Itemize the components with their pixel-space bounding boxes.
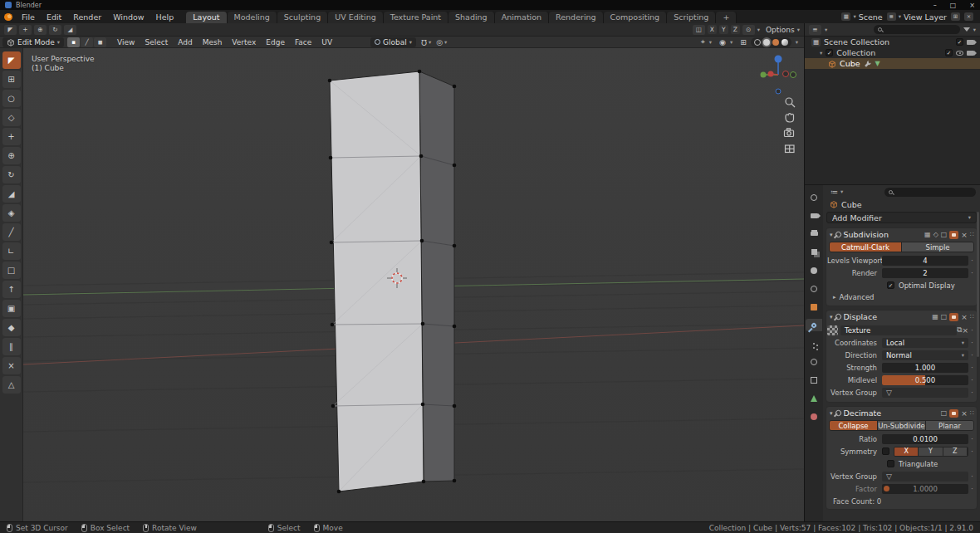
realtime-toggle[interactable]: □	[941, 409, 948, 417]
tool-move[interactable]: ⊕	[2, 147, 21, 164]
properties-tab-scene[interactable]	[806, 264, 822, 276]
transform-orientation[interactable]: Global ▾	[370, 37, 416, 47]
levels-viewport-field[interactable]: 4	[882, 256, 968, 266]
symmetry-checkbox[interactable]: ✓	[882, 447, 889, 455]
render-visibility-icon[interactable]	[967, 51, 974, 56]
mode-selector[interactable]: Edit Mode ▾	[2, 37, 64, 47]
viewport-menu-item[interactable]: Edge	[261, 38, 290, 46]
tool-option-icon[interactable]: ⊕	[34, 25, 47, 35]
exclude-checkbox[interactable]: ✓	[945, 49, 953, 56]
show-in-editmode-toggle[interactable]: ▦	[932, 313, 938, 320]
snap-magnet-icon[interactable]: Ω	[421, 38, 427, 46]
edge-select-button[interactable]: ╱	[81, 37, 93, 47]
blender-menu-icon[interactable]	[4, 13, 12, 21]
active-tool-icon[interactable]: ◤	[4, 25, 17, 35]
symmetry-x-button[interactable]: X	[894, 447, 919, 456]
filter-icon[interactable]	[963, 27, 970, 32]
exclude-checkbox[interactable]: ✓	[956, 38, 963, 46]
properties-tab-physics[interactable]	[806, 355, 822, 368]
animate-dot-icon[interactable]: ·	[968, 339, 976, 347]
properties-tab-modifiers[interactable]	[806, 319, 822, 331]
modifier-header[interactable]: ▾ Decimate □ × ∷	[826, 407, 977, 419]
tool-select-lasso[interactable]: ◇	[2, 109, 21, 126]
vertex-select-button[interactable]: ▪	[67, 37, 80, 47]
solid-shading-icon[interactable]	[763, 39, 770, 46]
workspace-tab[interactable]: Scripting	[667, 12, 716, 23]
material-preview-icon[interactable]	[772, 39, 779, 46]
unsubdivide-button[interactable]: Un-Subdivide	[878, 421, 926, 430]
animate-dot-icon[interactable]: ·	[968, 472, 976, 481]
modifier-header[interactable]: ▾ Displace ▦ □ × ∷	[826, 311, 977, 323]
render-toggle[interactable]	[949, 313, 958, 321]
hide-viewport-icon[interactable]	[956, 51, 963, 56]
wireframe-shading-icon[interactable]	[754, 39, 761, 46]
viewport-menu-item[interactable]: Vertex	[227, 38, 261, 46]
render-levels-field[interactable]: 2	[882, 268, 968, 278]
editor-type-icon[interactable]: ≔	[831, 188, 838, 196]
show-on-cage-toggle[interactable]: ◇	[933, 231, 938, 238]
face-select-button[interactable]: ◼	[94, 37, 106, 47]
outliner-row-cube[interactable]: Cube ▼	[805, 58, 980, 69]
delete-modifier-icon[interactable]: ×	[961, 231, 968, 239]
factor-slider[interactable]: 1.0000	[882, 484, 968, 494]
properties-tab-tool[interactable]	[806, 191, 822, 203]
properties-tab-material[interactable]	[806, 410, 822, 423]
menu-item[interactable]: Render	[67, 12, 107, 22]
new-view-layer-icon[interactable]: ⊞	[951, 12, 960, 21]
outliner-row-collection[interactable]: ▾ ✓ Collection ✓	[805, 47, 980, 58]
delete-modifier-icon[interactable]: ×	[961, 313, 968, 321]
outliner-display-mode-icon[interactable]: ≡	[809, 25, 821, 35]
viewport-menu-item[interactable]: Add	[173, 38, 197, 46]
collapse-arrow-icon[interactable]: ▾	[830, 410, 833, 417]
tool-annotate[interactable]: ╱	[2, 223, 21, 241]
drag-handle-icon[interactable]: ∷	[970, 409, 973, 417]
options-dropdown[interactable]: Options	[766, 26, 795, 34]
snap-settings-icon[interactable]: ⊙	[742, 25, 755, 35]
triangulate-checkbox[interactable]: ✓	[887, 460, 894, 467]
proportional-edit-icon[interactable]: ◎	[436, 38, 443, 46]
animate-dot-icon[interactable]: ·	[968, 257, 976, 265]
tool-select-box[interactable]: ⊞	[2, 71, 21, 88]
workspace-tab[interactable]: +	[716, 12, 737, 23]
drag-handle-icon[interactable]: ∷	[970, 313, 973, 320]
texture-thumbnail-icon[interactable]	[827, 325, 838, 335]
show-gizmo-icon[interactable]: ⌖	[701, 37, 705, 46]
remove-view-layer-icon[interactable]: ×	[964, 12, 973, 21]
tool-option-icon[interactable]: ↻	[49, 25, 61, 35]
show-overlays-icon[interactable]: ◉	[719, 38, 726, 46]
tool-loop-cut[interactable]: ∥	[2, 338, 21, 355]
realtime-toggle[interactable]: □	[941, 231, 948, 238]
delete-modifier-icon[interactable]: ×	[961, 409, 968, 418]
tool-transform[interactable]: ◈	[2, 204, 21, 222]
animate-dot-icon[interactable]: ·	[968, 435, 976, 443]
properties-tab-constraints[interactable]	[806, 374, 822, 386]
optimal-display-checkbox[interactable]: ✓	[887, 281, 894, 289]
workspace-tab[interactable]: Texture Paint	[384, 12, 448, 23]
outliner-row-scene-collection[interactable]: ▦ Scene Collection ✓	[805, 37, 980, 47]
minimize-button[interactable]: –	[933, 2, 937, 9]
tool-option-icon[interactable]: +	[19, 25, 32, 35]
render-visibility-icon[interactable]	[967, 40, 974, 45]
workspace-tab[interactable]: Modeling	[228, 12, 277, 23]
properties-tab-object[interactable]	[806, 301, 822, 313]
properties-tab-particles[interactable]	[806, 337, 822, 350]
tool-option-icon[interactable]: ◢	[64, 25, 76, 35]
viewport-menu-item[interactable]: Face	[290, 38, 316, 46]
render-toggle[interactable]	[949, 231, 958, 239]
tool-knife[interactable]: ×	[2, 357, 21, 374]
menu-item[interactable]: Window	[107, 12, 149, 22]
collection-checkbox[interactable]: ✓	[826, 49, 833, 56]
viewport-menu-item[interactable]: Mesh	[198, 38, 228, 46]
properties-tab-output[interactable]	[806, 227, 822, 240]
strength-field[interactable]: 1.000	[882, 363, 968, 373]
add-modifier-button[interactable]: Add Modifier ▾	[826, 212, 977, 223]
advanced-section[interactable]: ▸ Advanced	[827, 292, 976, 302]
maximize-button[interactable]: □	[950, 2, 957, 9]
workspace-tab[interactable]: Sculpting	[277, 12, 328, 23]
planar-button[interactable]: Planar	[926, 421, 973, 430]
mirror-y-toggle[interactable]: Y	[719, 25, 728, 34]
collapse-arrow-icon[interactable]: ▾	[830, 314, 833, 320]
symmetry-y-button[interactable]: Y	[919, 447, 943, 456]
viewport-3d[interactable]: User Perspective (1) Cube	[23, 48, 804, 521]
show-in-editmode-toggle[interactable]: ▦	[924, 231, 931, 238]
